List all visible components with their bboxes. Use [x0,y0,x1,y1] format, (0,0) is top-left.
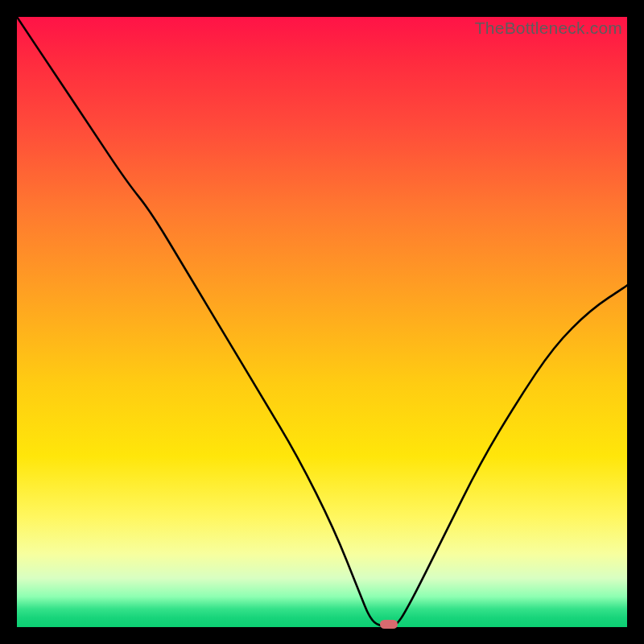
chart-frame: TheBottleneck.com [0,0,644,644]
plot-area: TheBottleneck.com [17,17,627,627]
bottleneck-curve [17,17,627,627]
optimal-marker [380,620,398,629]
